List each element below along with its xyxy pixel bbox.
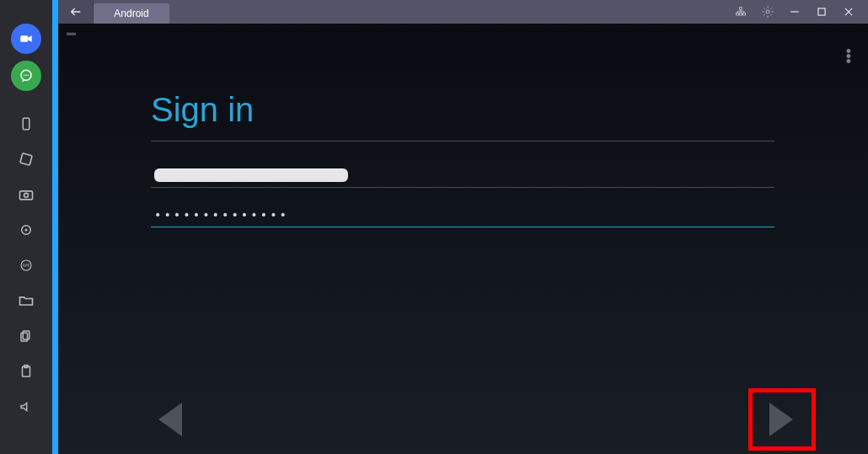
content: ▬ ••• Sign in	[58, 24, 868, 454]
svg-rect-7	[20, 191, 33, 200]
svg-rect-6	[20, 153, 32, 165]
main-area: Android ▬ ••• Sign in	[58, 0, 868, 454]
window-controls	[733, 0, 868, 24]
titlebar: Android	[58, 0, 868, 24]
phone-icon[interactable]	[12, 109, 40, 138]
gear-icon[interactable]	[760, 4, 775, 19]
status-strip: ▬	[67, 27, 77, 37]
password-field[interactable]	[151, 203, 774, 227]
arrow-prev-icon	[158, 403, 182, 436]
network-icon[interactable]	[733, 4, 748, 19]
svg-rect-14	[21, 333, 28, 341]
svg-rect-0	[20, 35, 28, 42]
back-button[interactable]	[58, 0, 94, 24]
svg-rect-18	[740, 13, 742, 15]
svg-point-3	[25, 75, 27, 77]
nav-next[interactable]	[762, 400, 801, 439]
svg-rect-5	[23, 118, 29, 130]
copy-icon[interactable]	[12, 322, 40, 350]
svg-point-8	[24, 193, 29, 197]
camcorder-icon[interactable]	[11, 24, 41, 54]
signin-block: Sign in	[151, 91, 774, 243]
chat-icon[interactable]	[11, 61, 41, 91]
signin-title: Sign in	[151, 91, 774, 129]
rotate-icon[interactable]	[12, 145, 40, 174]
svg-point-25	[766, 10, 769, 13]
svg-point-4	[28, 75, 29, 77]
maximize-button[interactable]	[814, 4, 829, 19]
nav-prev[interactable]	[151, 400, 190, 439]
svg-rect-19	[743, 13, 746, 15]
arrow-next-icon	[769, 403, 793, 436]
camera-icon[interactable]	[12, 180, 40, 209]
folder-icon[interactable]	[12, 286, 40, 315]
svg-point-2	[24, 75, 25, 77]
svg-rect-20	[740, 8, 742, 10]
svg-rect-17	[737, 13, 739, 15]
volume-icon[interactable]	[12, 393, 40, 421]
svg-point-10	[25, 229, 28, 232]
title-rule	[151, 141, 774, 142]
overflow-menu-icon[interactable]: •••	[846, 49, 853, 64]
svg-text:APK: APK	[22, 264, 29, 268]
location-icon[interactable]	[12, 216, 40, 244]
left-sidebar: APK	[0, 0, 52, 454]
email-redacted	[154, 168, 348, 182]
apk-icon[interactable]: APK	[12, 251, 40, 280]
svg-rect-27	[818, 8, 825, 15]
accent-bar	[52, 0, 58, 454]
email-field[interactable]	[151, 162, 774, 188]
minimize-button[interactable]	[787, 4, 802, 19]
close-button[interactable]	[841, 4, 856, 19]
svg-rect-13	[23, 331, 29, 339]
tab-label: Android	[114, 8, 148, 19]
tab-android[interactable]: Android	[94, 3, 169, 24]
paste-icon[interactable]	[12, 357, 40, 386]
